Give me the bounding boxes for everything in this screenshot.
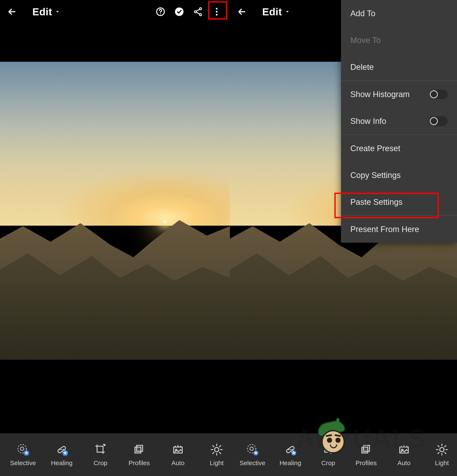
svg-point-10 <box>20 447 24 450</box>
menu-item-label: Copy Settings <box>350 171 401 180</box>
svg-point-1 <box>160 13 161 14</box>
menu-item-label: Move To <box>350 36 381 45</box>
screenshot-right: Edit Add To Move To Delete Show Histogra… <box>230 0 457 476</box>
svg-point-7 <box>216 11 218 13</box>
tool-healing[interactable]: Healing <box>272 434 309 476</box>
menu-item-label: Delete <box>350 63 374 72</box>
mode-label: Edit <box>32 6 52 18</box>
svg-point-5 <box>199 14 202 16</box>
tool-label: Selective <box>10 459 36 467</box>
svg-line-27 <box>220 452 221 454</box>
tool-label: Healing <box>51 459 73 467</box>
topbar: Edit <box>0 0 230 23</box>
menu-item-label: Add To <box>350 9 375 18</box>
svg-point-6 <box>216 8 218 9</box>
help-icon[interactable] <box>154 6 166 18</box>
menu-item-label: Show Histogram <box>350 90 410 99</box>
svg-point-4 <box>194 11 196 13</box>
svg-line-29 <box>213 452 214 454</box>
toggle-info[interactable] <box>429 116 448 126</box>
menu-item-add-to[interactable]: Add To <box>341 0 457 27</box>
tool-label: Light <box>210 459 223 467</box>
tool-light[interactable]: Light <box>423 434 457 476</box>
svg-point-33 <box>250 447 253 450</box>
svg-point-8 <box>216 14 218 16</box>
menu-item-move-to: Move To <box>341 27 457 54</box>
menu-item-show-histogram[interactable]: Show Histogram <box>341 81 457 108</box>
menu-item-create-preset[interactable]: Create Preset <box>341 135 457 162</box>
svg-line-15 <box>63 449 64 450</box>
chevron-down-icon <box>55 9 60 15</box>
watermark-mascot <box>315 417 349 460</box>
svg-line-50 <box>445 452 446 454</box>
tool-crop[interactable]: Crop <box>82 434 119 476</box>
svg-line-36 <box>288 449 289 450</box>
mode-label: Edit <box>262 6 282 18</box>
mode-dropdown[interactable]: Edit <box>32 6 60 18</box>
svg-line-13 <box>59 449 60 450</box>
svg-line-49 <box>438 446 439 447</box>
svg-line-14 <box>61 449 62 450</box>
menu-item-copy-settings[interactable]: Copy Settings <box>341 162 457 189</box>
tool-auto[interactable]: Auto <box>159 434 197 476</box>
back-icon[interactable] <box>6 6 18 18</box>
menu-item-present-from-here[interactable]: Present From Here <box>341 216 457 243</box>
overflow-menu: Add To Move To Delete Show Histogram Sho… <box>341 0 457 243</box>
tool-selective[interactable]: Selective <box>4 434 42 476</box>
menu-item-delete[interactable]: Delete <box>341 54 457 80</box>
tool-auto[interactable]: Auto <box>386 434 422 476</box>
tool-profiles[interactable]: Profiles <box>348 434 384 476</box>
tool-label: Selective <box>239 459 265 467</box>
menu-item-label: Show Info <box>350 117 386 126</box>
tool-light[interactable]: Light <box>198 434 230 476</box>
svg-point-44 <box>440 448 444 452</box>
svg-line-52 <box>438 452 439 454</box>
tool-profiles[interactable]: Profiles <box>120 434 158 476</box>
tool-label: Light <box>435 459 449 467</box>
svg-line-37 <box>290 449 291 450</box>
menu-item-paste-settings[interactable]: Paste Settings <box>341 189 457 215</box>
svg-rect-18 <box>135 447 141 453</box>
menu-item-label: Create Preset <box>350 144 400 153</box>
tool-label: Healing <box>279 459 301 467</box>
tool-label: Profiles <box>128 459 150 467</box>
chevron-down-icon <box>285 9 290 15</box>
photo <box>0 62 230 360</box>
menu-item-label: Present From Here <box>350 225 419 234</box>
bottom-toolbar: Selective Healing Crop Profiles Auto Lig… <box>0 434 230 476</box>
cloud-sync-ok-icon[interactable] <box>173 6 185 18</box>
tool-healing[interactable]: Healing <box>43 434 80 476</box>
tool-label: Crop <box>93 459 107 467</box>
back-icon[interactable] <box>236 6 248 18</box>
tool-selective[interactable]: Selective <box>234 434 271 476</box>
composite-stage: Edit <box>0 0 457 476</box>
more-icon[interactable] <box>211 6 223 18</box>
tool-label: Auto <box>398 459 411 467</box>
tool-label: Profiles <box>355 459 377 467</box>
share-icon[interactable] <box>192 6 204 18</box>
screenshot-left: Edit <box>0 0 230 476</box>
svg-line-28 <box>220 446 221 447</box>
toggle-histogram[interactable] <box>429 89 448 99</box>
mode-dropdown[interactable]: Edit <box>262 6 290 18</box>
tool-label: Crop <box>321 459 335 467</box>
photo-canvas[interactable] <box>0 62 230 360</box>
svg-point-3 <box>199 8 202 10</box>
menu-item-show-info[interactable]: Show Info <box>341 108 457 135</box>
svg-line-26 <box>213 446 214 447</box>
menu-item-label: Paste Settings <box>350 197 403 207</box>
svg-line-51 <box>445 446 446 447</box>
svg-rect-41 <box>362 447 368 453</box>
svg-line-38 <box>292 449 292 450</box>
svg-point-21 <box>215 448 219 452</box>
tool-label: Auto <box>171 459 185 467</box>
